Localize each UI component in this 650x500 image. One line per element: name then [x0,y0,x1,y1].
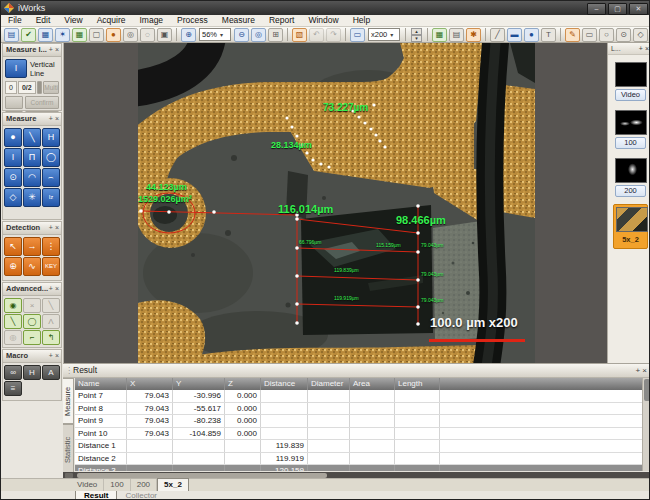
export-excel-icon[interactable]: ▦ [72,28,87,42]
polygon-draw-icon[interactable]: ◇ [633,28,648,42]
chevron-down-icon[interactable]: ▾ [390,32,393,38]
stop-icon[interactable]: ◌ [140,28,155,42]
adv-angle-icon[interactable]: Λ [42,314,60,329]
multi-button[interactable]: Multi [43,81,59,94]
measure-grid-icon[interactable]: ▦ [432,28,447,42]
table-row[interactable]: Point 879.043-55.6170.000 [75,403,642,416]
adv-circle-icon[interactable]: ◯ [23,314,41,329]
parallel-line-tool-icon[interactable]: Π [23,148,41,167]
fit-screen-icon[interactable]: ◎ [251,28,266,42]
chevron-down-icon[interactable]: ▾ [220,32,223,38]
adv-point-icon[interactable]: ◉ [4,298,22,313]
magnification-combo[interactable]: x200▾ [368,28,400,41]
thumbnail-5x_2[interactable]: 5x_2 [613,204,648,249]
tab-result[interactable]: Result [75,491,117,500]
ellipse-tool-icon[interactable]: ⊙ [4,168,22,187]
close-icon[interactable]: × [55,352,59,359]
adv-rotate-icon[interactable]: ↰ [42,330,60,345]
close-icon[interactable]: × [55,285,59,292]
table-row[interactable]: Distance 2119.919 [75,453,642,466]
arc-tool-icon[interactable]: ◠ [23,168,41,187]
close-icon[interactable]: × [645,45,649,52]
closed-curve-tool-icon[interactable]: ✳ [23,188,41,207]
display-icon[interactable]: ▭ [350,28,365,42]
menu-view[interactable]: View [57,15,89,26]
exec-button[interactable] [5,96,23,109]
pencil-icon[interactable]: ✎ [565,28,580,42]
spinner[interactable]: ▴▾ [411,28,422,42]
column-header-diameter[interactable]: Diameter [308,378,350,390]
circle-tool-icon[interactable]: ◯ [42,148,60,167]
menu-report[interactable]: Report [262,15,302,26]
horizontal-line-tool-icon[interactable]: H [42,128,60,147]
ellipse-draw-icon[interactable]: ⊙ [616,28,631,42]
vertical-line-tool-icon[interactable]: I [5,59,27,78]
curve-tool-icon[interactable]: ⌢ [42,168,60,187]
circle-draw-icon[interactable]: ○ [599,28,614,42]
polygon-tool-icon[interactable]: ◇ [4,188,22,207]
close-icon[interactable]: × [55,224,59,231]
menu-window[interactable]: Window [301,15,345,26]
menu-help[interactable]: Help [346,15,377,26]
filled-circle-icon[interactable]: ● [524,28,539,42]
rect-draw-icon[interactable]: ▭ [582,28,597,42]
redo-icon[interactable]: ↷ [326,28,341,42]
side-tab-measure[interactable]: Measure [63,378,74,424]
microscope-image[interactable]: 73.227µm28.134µm44.123µm1529.026µm²116.0… [138,43,535,363]
open-icon[interactable]: ✔ [21,28,36,42]
thumbnail-Video[interactable]: Video [613,60,648,103]
key-detect-icon[interactable]: KEY [42,257,60,276]
play-icon[interactable]: ◎ [123,28,138,42]
delete-icon[interactable]: ▢ [89,28,104,42]
column-header-distance[interactable]: Distance [261,378,308,390]
point-tool-icon[interactable]: ● [4,128,22,147]
pin-icon[interactable]: + [49,115,53,122]
table-row[interactable]: Point 979.043-80.2380.000 [75,415,642,428]
zoom-in-icon[interactable]: ⊕ [181,28,196,42]
pin-icon[interactable]: + [49,224,53,231]
printer-icon[interactable]: ▤ [449,28,464,42]
macro-link-icon[interactable]: ∞ [4,365,22,380]
z-height-tool-icon[interactable]: Iz [42,188,60,207]
close-icon[interactable]: × [642,366,647,375]
view-tab-5x_2[interactable]: 5x_2 [157,478,189,491]
effects-icon[interactable]: ✱ [466,28,481,42]
new-icon[interactable]: ▤ [4,28,19,42]
column-header-z[interactable]: Z [225,378,261,390]
macro-list-icon[interactable]: ≡ [4,381,22,396]
vertical-line-tool-icon[interactable]: I [4,148,22,167]
filled-rect-icon[interactable]: ▬ [507,28,522,42]
macro-horizontal-icon[interactable]: H [23,365,41,380]
drag-grip-icon[interactable]: ⋮ [65,364,73,377]
maximize-button[interactable]: ▢ [608,3,627,15]
column-header-area[interactable]: Area [350,378,395,390]
thumbnail-200[interactable]: 200 [613,156,648,199]
close-icon[interactable]: × [55,115,59,122]
auto-point-detect-icon[interactable]: ↖ [4,237,22,256]
table-row[interactable]: Distance 1119.839 [75,440,642,453]
view-tab-video[interactable]: Video [71,479,104,491]
minimize-button[interactable]: – [587,3,606,15]
view-tab-200[interactable]: 200 [131,479,157,491]
adv-line-icon[interactable]: ╲ [4,314,22,329]
menu-process[interactable]: Process [170,15,215,26]
adv-diagonal-icon[interactable]: ╲ [42,298,60,313]
record-icon[interactable]: ● [106,28,121,42]
table-row[interactable]: Point 1079.043-104.8590.000 [75,428,642,441]
menu-file[interactable]: File [1,15,29,26]
save-icon[interactable]: ▦ [38,28,53,42]
menu-edit[interactable]: Edit [29,15,58,26]
menu-image[interactable]: Image [132,15,170,26]
table-row[interactable]: Point 779.043-30.9960.000 [75,390,642,403]
macro-angle-icon[interactable]: A [42,365,60,380]
pin-icon[interactable]: + [49,285,53,292]
menu-measure[interactable]: Measure [215,15,262,26]
tile-view-icon[interactable]: ⊞ [268,28,283,42]
close-button[interactable]: ✕ [629,3,648,15]
line-tool-icon[interactable]: ╲ [23,128,41,147]
undo-icon[interactable]: ↶ [309,28,324,42]
scrollbar-thumb[interactable] [644,379,650,401]
column-header-length[interactable]: Length [395,378,440,390]
tab-collector[interactable]: Collector [117,491,165,500]
line-tool-icon[interactable]: ╱ [490,28,505,42]
